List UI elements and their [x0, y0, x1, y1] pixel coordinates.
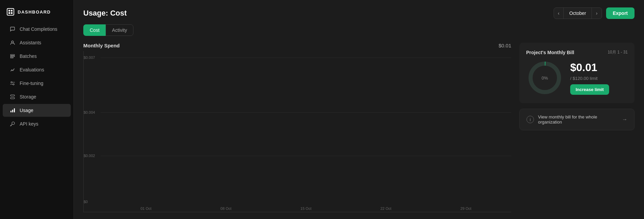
sidebar-item-label: Chat Completions — [20, 26, 57, 32]
svg-rect-14 — [14, 108, 15, 112]
increase-limit-button[interactable]: Increase limit — [570, 84, 609, 95]
tab-activity[interactable]: Activity — [106, 24, 133, 36]
bill-title: Project's Monthly Bill — [526, 50, 574, 55]
main-header: Usage: Cost ‹ October › Export — [74, 0, 644, 24]
chart-total: $0.01 — [498, 43, 511, 48]
sidebar-item-batches[interactable]: Batches — [3, 50, 71, 63]
sidebar-item-label: Assistants — [20, 40, 41, 45]
org-bill-link[interactable]: i View monthly bill for the whole organi… — [519, 109, 635, 130]
right-panel: Project's Monthly Bill 10月 1 - 31 0% — [519, 43, 635, 212]
bill-limit: / $120.00 limit — [570, 76, 609, 81]
svg-rect-7 — [10, 57, 13, 58]
sidebar-item-assistants[interactable]: Assistants — [3, 36, 71, 49]
page-title: Usage: Cost — [83, 9, 127, 18]
svg-rect-5 — [10, 54, 15, 56]
sidebar-item-label: Batches — [20, 53, 37, 59]
header-controls: ‹ October › Export — [554, 7, 635, 19]
sidebar-item-label: Fine-tuning — [20, 81, 43, 86]
next-month-button[interactable]: › — [592, 8, 602, 19]
sidebar-item-usage[interactable]: Usage — [3, 104, 71, 117]
y-label-0: $0 — [84, 200, 88, 204]
bill-amount: $0.01 — [570, 61, 609, 74]
month-label: October — [563, 8, 592, 19]
sidebar-item-chat-completions[interactable]: Chat Completions — [3, 23, 71, 36]
content-area: Monthly Spend $0.01 $0.007 $0.004 $0.002… — [74, 36, 644, 219]
sidebar-item-label: Evaluations — [20, 67, 44, 72]
sidebar-item-storage[interactable]: Storage — [3, 90, 71, 103]
arrow-icon: → — [622, 116, 627, 123]
svg-rect-0 — [8, 10, 10, 12]
svg-rect-13 — [12, 110, 13, 112]
chart-header: Monthly Spend $0.01 — [83, 43, 511, 48]
tab-cost[interactable]: Cost — [83, 24, 106, 36]
storage-icon — [9, 94, 16, 100]
evaluations-icon — [9, 67, 16, 73]
prev-month-button[interactable]: ‹ — [554, 8, 564, 19]
dashboard-logo-icon — [7, 8, 14, 16]
svg-rect-1 — [11, 10, 13, 12]
batches-icon — [9, 53, 16, 59]
assistants-icon — [9, 40, 16, 46]
x-label-08oct: 08 Oct — [186, 206, 266, 211]
svg-rect-11 — [10, 97, 15, 99]
monthly-bill-card: Project's Monthly Bill 10月 1 - 31 0% — [519, 43, 635, 103]
chart-section: Monthly Spend $0.01 $0.007 $0.004 $0.002… — [83, 43, 511, 212]
chart-title: Monthly Spend — [83, 43, 120, 48]
svg-rect-10 — [10, 95, 15, 96]
x-label-22oct: 22 Oct — [346, 206, 426, 211]
x-label-01oct: 01 Oct — [106, 206, 186, 211]
bill-date: 10月 1 - 31 — [608, 49, 628, 55]
svg-point-8 — [11, 82, 12, 83]
svg-point-9 — [13, 84, 14, 85]
sidebar-item-fine-tuning[interactable]: Fine-tuning — [3, 77, 71, 90]
svg-rect-2 — [8, 12, 10, 14]
chat-icon — [9, 26, 16, 32]
sidebar-item-api-keys[interactable]: API keys — [3, 117, 71, 130]
info-icon: i — [527, 116, 534, 123]
bars-area — [101, 51, 511, 204]
sidebar-logo-label: DASHBOARD — [18, 9, 51, 15]
y-label-0007: $0.007 — [84, 56, 95, 60]
x-label-15oct: 15 Oct — [266, 206, 346, 211]
sidebar-item-label: Usage — [20, 108, 33, 113]
usage-icon — [9, 107, 16, 113]
main-content: Usage: Cost ‹ October › Export Cost Acti… — [74, 0, 644, 219]
bill-amount-section: $0.01 / $120.00 limit Increase limit — [570, 61, 609, 95]
sidebar-item-label: Storage — [20, 94, 36, 100]
svg-rect-12 — [10, 111, 12, 112]
sidebar-item-label: API keys — [20, 121, 38, 127]
y-label-0002: $0.002 — [84, 154, 95, 158]
y-label-0004: $0.004 — [84, 110, 95, 114]
api-keys-icon — [9, 121, 16, 127]
bill-header: Project's Monthly Bill 10月 1 - 31 — [526, 49, 628, 55]
svg-rect-3 — [11, 12, 13, 14]
fine-tuning-icon — [9, 80, 16, 86]
bill-body: 0% $0.01 / $120.00 limit Increase limit — [526, 59, 628, 96]
donut-center-label: 0% — [526, 59, 563, 96]
x-label-29oct: 29 Oct — [426, 206, 506, 211]
x-labels: 01 Oct 08 Oct 15 Oct 22 Oct 29 Oct — [101, 206, 511, 211]
tab-bar: Cost Activity — [74, 24, 644, 36]
svg-rect-6 — [10, 56, 15, 57]
donut-chart: 0% — [526, 59, 563, 96]
org-bill-text: View monthly bill for the whole organiza… — [538, 114, 618, 125]
export-button[interactable]: Export — [606, 7, 635, 19]
month-navigator: ‹ October › — [554, 7, 602, 19]
svg-point-4 — [12, 41, 14, 43]
sidebar: DASHBOARD Chat Completions Assistants Ba… — [0, 0, 74, 219]
chart-container: $0.007 $0.004 $0.002 $0 — [83, 51, 511, 212]
sidebar-logo: DASHBOARD — [0, 5, 73, 22]
sidebar-item-evaluations[interactable]: Evaluations — [3, 63, 71, 76]
